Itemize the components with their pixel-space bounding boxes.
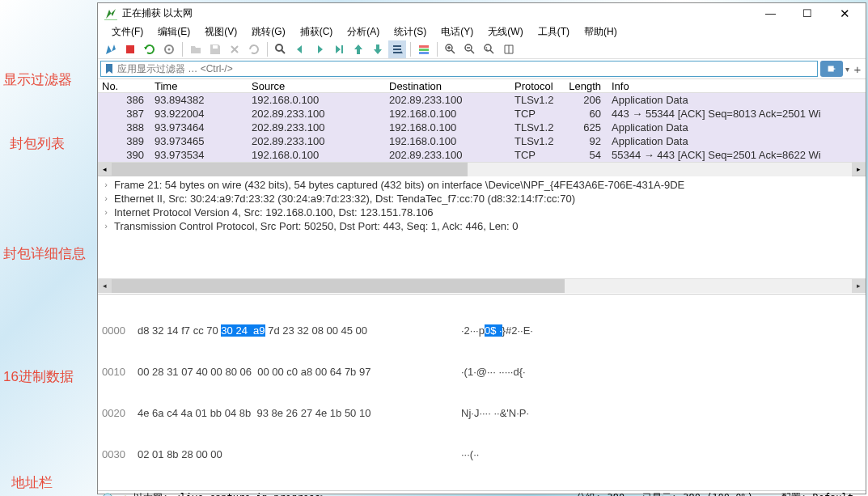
menu-help[interactable]: 帮助(H) bbox=[577, 23, 625, 40]
close-file-button[interactable] bbox=[226, 40, 243, 58]
table-row[interactable]: 38893.973464202.89.233.100192.168.0.100T… bbox=[98, 121, 866, 134]
table-row[interactable]: 39093.973534192.168.0.100202.89.233.100T… bbox=[98, 148, 866, 162]
status-interface: 以太网: <live capture in progress> bbox=[133, 491, 573, 496]
resize-columns-button[interactable] bbox=[500, 40, 518, 58]
table-row[interactable]: 38993.973465202.89.233.100192.168.0.100T… bbox=[98, 134, 866, 148]
prev-button[interactable] bbox=[291, 40, 309, 58]
menu-analyze[interactable]: 分析(A) bbox=[340, 23, 387, 40]
svg-text:1: 1 bbox=[485, 46, 489, 51]
bookmark-icon[interactable] bbox=[103, 62, 116, 75]
svg-point-4 bbox=[276, 45, 282, 51]
svg-rect-6 bbox=[419, 49, 429, 51]
edit-icon[interactable] bbox=[117, 492, 130, 497]
packet-bytes-pane[interactable]: 0000d8 32 14 f7 cc 70 30 24 a9 7d 23 32 … bbox=[98, 294, 866, 490]
add-filter-button[interactable]: + bbox=[852, 62, 863, 76]
colorize-button[interactable] bbox=[415, 40, 433, 58]
zoom-out-button[interactable] bbox=[461, 40, 479, 58]
goto-last-button[interactable] bbox=[369, 40, 387, 58]
svg-point-12 bbox=[103, 494, 112, 497]
svg-rect-0 bbox=[126, 45, 134, 53]
packet-details-pane: ›Frame 21: 54 bytes on wire (432 bits), … bbox=[98, 176, 866, 294]
zoom-in-button[interactable] bbox=[442, 40, 459, 58]
annotation-packets: 封包列表 bbox=[10, 134, 65, 153]
status-profile[interactable]: 配置: Default bbox=[781, 491, 862, 496]
col-info[interactable]: Info bbox=[608, 79, 866, 92]
table-row[interactable]: 38793.922004202.89.233.100192.168.0.100T… bbox=[98, 107, 866, 121]
col-time[interactable]: Time bbox=[150, 79, 248, 92]
start-capture-button[interactable] bbox=[102, 40, 120, 58]
detail-tcp[interactable]: ›Transmission Control Protocol, Src Port… bbox=[98, 219, 866, 233]
svg-rect-5 bbox=[419, 45, 429, 48]
details-hscroll[interactable]: ◂▸ bbox=[98, 278, 866, 292]
status-packets: 分组: 390 · 已显示: 390 (100.0%) bbox=[576, 491, 778, 496]
display-filter-input[interactable] bbox=[117, 61, 817, 76]
statusbar: 以太网: <live capture in progress> 分组: 390 … bbox=[98, 490, 866, 496]
titlebar[interactable]: 正在捕获 以太网 — ☐ ✕ bbox=[98, 3, 866, 23]
svg-point-2 bbox=[168, 49, 171, 51]
annotation-addr: 地址栏 bbox=[11, 473, 53, 492]
packet-list-header[interactable]: No. Time Source Destination Protocol Len… bbox=[98, 78, 866, 93]
open-file-button[interactable] bbox=[187, 40, 205, 58]
menu-statistics[interactable]: 统计(S) bbox=[387, 23, 434, 40]
col-no[interactable]: No. bbox=[98, 79, 150, 92]
menu-capture[interactable]: 捕获(C) bbox=[293, 23, 341, 40]
window-title: 正在捕获 以太网 bbox=[122, 6, 752, 20]
packet-list-hscroll[interactable]: ◂▸ bbox=[98, 162, 866, 176]
close-button[interactable]: ✕ bbox=[825, 3, 864, 23]
table-row[interactable]: 38693.894382192.168.0.100202.89.233.100T… bbox=[98, 93, 866, 107]
svg-rect-3 bbox=[213, 45, 218, 49]
col-source[interactable]: Source bbox=[248, 79, 385, 92]
capture-options-button[interactable] bbox=[160, 40, 178, 58]
filter-dropdown[interactable]: ▾ bbox=[845, 65, 849, 74]
maximize-button[interactable]: ☐ bbox=[789, 3, 825, 23]
menu-tools[interactable]: 工具(T) bbox=[531, 23, 577, 40]
col-protocol[interactable]: Protocol bbox=[510, 79, 563, 92]
menu-telephony[interactable]: 电话(Y) bbox=[434, 23, 481, 40]
apply-filter-button[interactable] bbox=[820, 61, 843, 77]
svg-rect-7 bbox=[419, 52, 429, 54]
menu-edit[interactable]: 编辑(E) bbox=[150, 23, 197, 40]
expert-info-icon[interactable] bbox=[101, 492, 114, 497]
app-icon bbox=[104, 7, 117, 20]
minimize-button[interactable]: — bbox=[752, 3, 789, 23]
next-button[interactable] bbox=[311, 40, 328, 58]
packet-list-pane: No. Time Source Destination Protocol Len… bbox=[98, 78, 866, 176]
goto-button[interactable] bbox=[330, 40, 348, 58]
menu-go[interactable]: 跳转(G) bbox=[244, 23, 292, 40]
annotation-filter: 显示过滤器 bbox=[3, 70, 72, 89]
detail-frame[interactable]: ›Frame 21: 54 bytes on wire (432 bits), … bbox=[98, 178, 866, 192]
filter-bar: ▾ + bbox=[98, 59, 866, 78]
col-length[interactable]: Length bbox=[563, 79, 608, 92]
col-destination[interactable]: Destination bbox=[385, 79, 510, 92]
goto-first-button[interactable] bbox=[349, 40, 367, 58]
reload-button[interactable] bbox=[245, 40, 263, 58]
menu-view[interactable]: 视图(V) bbox=[197, 23, 244, 40]
menubar: 文件(F) 编辑(E) 视图(V) 跳转(G) 捕获(C) 分析(A) 统计(S… bbox=[98, 23, 866, 40]
stop-capture-button[interactable] bbox=[121, 40, 139, 58]
annotation-details: 封包详细信息 bbox=[3, 244, 86, 263]
menu-wireless[interactable]: 无线(W) bbox=[481, 23, 530, 40]
find-button[interactable] bbox=[272, 40, 290, 58]
main-toolbar: 1 bbox=[98, 40, 866, 59]
detail-ethernet[interactable]: ›Ethernet II, Src: 30:24:a9:7d:23:32 (30… bbox=[98, 192, 866, 206]
detail-ip[interactable]: ›Internet Protocol Version 4, Src: 192.1… bbox=[98, 206, 866, 219]
autoscroll-button[interactable] bbox=[388, 40, 406, 58]
restart-capture-button[interactable] bbox=[141, 40, 159, 58]
annotation-hex: 16进制数据 bbox=[3, 367, 74, 386]
wireshark-window: 正在捕获 以太网 — ☐ ✕ 文件(F) 编辑(E) 视图(V) 跳转(G) 捕… bbox=[97, 2, 866, 494]
menu-file[interactable]: 文件(F) bbox=[104, 23, 150, 40]
save-button[interactable] bbox=[206, 40, 224, 58]
zoom-reset-button[interactable]: 1 bbox=[481, 40, 498, 58]
